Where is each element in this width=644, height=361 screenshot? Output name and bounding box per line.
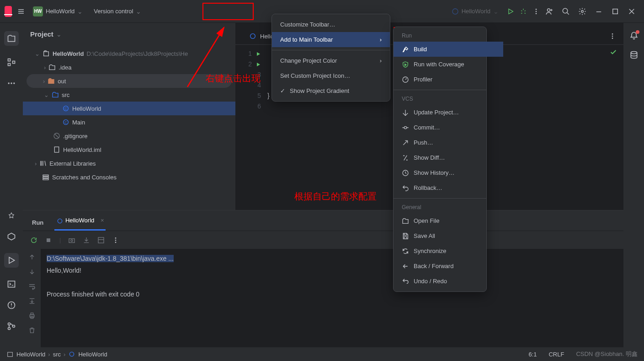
submenu-open-file[interactable]: Open File [394,213,503,228]
run-tool-icon[interactable] [4,253,19,268]
menu-show-project-gradient[interactable]: ✓Show Project Gradient [272,83,390,98]
submenu-update[interactable]: Update Project… [394,105,503,120]
code-with-me-icon[interactable] [545,7,554,16]
notifications-icon[interactable] [629,31,639,40]
tree-iml[interactable]: HelloWorld.iml [23,143,235,156]
close-tab-icon[interactable]: × [101,217,104,224]
folder-icon [48,77,55,85]
build-tool-icon[interactable] [7,211,16,220]
annotation-text: 根据自己的需求配置 [294,190,377,203]
menu-change-project-color[interactable]: Change Project Color› [272,53,390,68]
submenu-coverage[interactable]: Run with Coverage [394,57,503,72]
chevron-down-icon [493,8,499,15]
svg-point-47 [70,352,74,356]
diff-icon [402,154,409,162]
print-icon[interactable] [28,312,36,319]
tree-label: External Libraries [49,160,96,167]
problems-tool-icon[interactable] [7,301,16,310]
submenu-undo-redo[interactable]: Undo / Redo [394,274,503,289]
submenu-rollback[interactable]: Rollback… [394,180,503,195]
tree-scratches[interactable]: Scratches and Consoles [23,170,235,184]
database-icon[interactable] [629,50,639,59]
cursor-position[interactable]: 6:1 [528,351,537,358]
soft-wrap-icon[interactable] [28,283,36,290]
menu-customize-toolbar[interactable]: Customize Toolbar… [272,17,390,32]
svg-rect-36 [69,238,75,242]
tree-file-main[interactable]: C Main [23,115,235,129]
tree-label: src [62,92,69,98]
submenu-build[interactable]: Build [394,42,503,57]
run-button[interactable] [507,8,514,15]
vcs-selector[interactable]: Version control [91,6,144,17]
tree-label: .idea [59,64,71,71]
layout-icon[interactable] [97,237,105,244]
down-icon[interactable] [28,268,36,275]
export-icon[interactable] [83,237,90,244]
main-menu-icon[interactable] [17,8,25,15]
console-line: Process finished with exit code 0 [47,288,618,300]
clear-icon[interactable] [28,327,36,334]
terminal-tool-icon[interactable] [7,280,16,289]
vcs-label: Version control [94,8,133,15]
more-tools-icon[interactable] [7,79,16,88]
settings-icon[interactable] [578,7,586,16]
console-output[interactable]: D:\Software\Java\jdk-1.8_381\bin\java.ex… [41,249,623,347]
screenshot-icon[interactable] [68,237,75,244]
rerun-icon[interactable] [30,237,37,244]
sync-icon [402,248,409,255]
run-tab-run[interactable]: Run [30,215,45,231]
submenu-push[interactable]: Push… [394,135,503,150]
submenu-sync[interactable]: Synchronize [394,243,503,259]
line-ending[interactable]: CRLF [548,351,564,358]
submenu-history[interactable]: Show History… [394,165,503,180]
svg-point-32 [612,36,613,37]
git-tool-icon[interactable] [7,322,16,331]
menu-set-custom-icon[interactable]: Set Custom Project Icon… [272,68,390,83]
inspection-ok-icon[interactable] [610,48,617,56]
close-icon[interactable] [628,7,636,16]
project-selector[interactable]: HW HelloWorld [30,5,85,18]
svg-point-33 [612,38,613,39]
svg-text:C: C [64,120,67,124]
annotation-text: 右键点击出现 [206,72,261,85]
debug-button[interactable] [520,8,527,15]
tree-file-hello[interactable]: C HelloWorld [23,102,235,115]
stop-icon[interactable] [45,237,52,244]
up-icon[interactable] [28,253,36,261]
class-icon [56,217,64,225]
submenu-diff[interactable]: Show Diff… [394,150,503,165]
submenu-back-forward[interactable]: Back / Forward [394,259,503,274]
push-icon [402,139,409,146]
class-icon: C [62,119,69,126]
svg-point-5 [548,9,550,11]
search-icon[interactable] [562,7,570,16]
submenu-commit[interactable]: Commit… [394,120,503,135]
breadcrumb[interactable]: HelloWorld› src› HelloWorld [6,350,107,358]
project-tool-icon[interactable] [4,31,19,46]
menu-add-to-main-toolbar[interactable]: Add to Main Toolbar› [272,32,390,47]
submenu: Run Build Run with Coverage Profiler VCS… [393,27,487,292]
more-actions-icon[interactable] [532,8,540,15]
tab-options-icon[interactable] [609,32,616,40]
update-icon [402,109,409,116]
class-icon [249,32,256,40]
project-name-label: HelloWorld [46,8,75,15]
more-icon[interactable] [112,237,119,244]
tree-ext-lib[interactable]: › External Libraries [23,156,235,170]
submenu-header-run: Run [394,30,486,42]
tree-gitignore[interactable]: .gitignore [23,129,235,143]
svg-point-4 [536,13,537,14]
rollback-icon [402,184,409,192]
minimize-icon[interactable] [595,7,603,16]
scroll-end-icon[interactable] [28,297,36,305]
svg-rect-11 [13,61,15,64]
services-tool-icon[interactable] [7,232,16,241]
structure-tool-icon[interactable] [7,58,16,67]
maximize-icon[interactable] [611,7,619,16]
svg-point-41 [115,242,117,243]
submenu-arrow-icon: › [380,36,382,43]
submenu-save-all[interactable]: Save All [394,228,503,243]
run-config-selector[interactable]: HelloWorld [449,6,501,17]
run-tab-config[interactable]: HelloWorld × [54,212,106,231]
submenu-profiler[interactable]: Profiler [394,72,503,87]
